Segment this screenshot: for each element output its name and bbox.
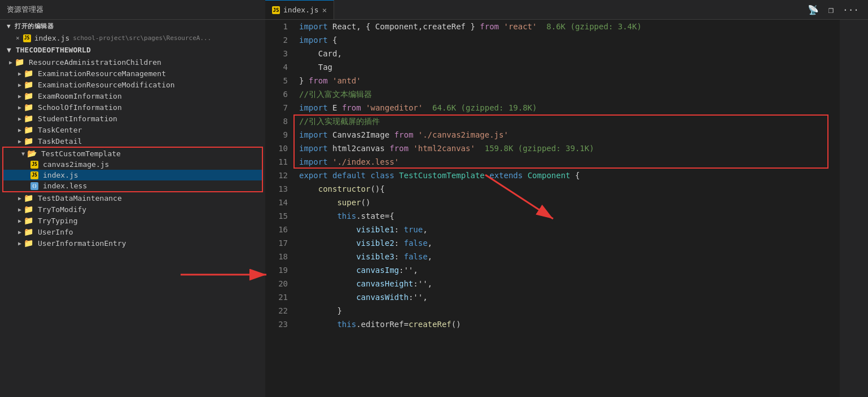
folder-icon: 📁	[24, 136, 33, 145]
code-token: (){	[370, 182, 384, 196]
broadcast-icon[interactable]: 📡	[808, 5, 819, 15]
close-icon[interactable]: ×	[16, 34, 20, 42]
code-token: import	[299, 20, 328, 33]
code-token: ,	[428, 236, 432, 250]
main-layout: ▼ 打开的编辑器 × JS index.js school-project\sr…	[0, 20, 868, 397]
folder-arrow-icon: ▶	[18, 138, 21, 144]
code-token: default	[332, 169, 366, 182]
code-token: extends	[489, 169, 523, 182]
file-js-icon: JS	[30, 171, 38, 179]
tree-item-testcustomtemplate[interactable]: ▼📂TestCustomTemplate	[3, 148, 262, 159]
code-line: import html2canvas from 'html2canvas' 15…	[299, 142, 840, 155]
folder-icon: 📁	[24, 216, 33, 225]
code-line: Card,	[299, 47, 840, 60]
line-number: 8	[265, 114, 288, 128]
line-numbers: 1234567891011121314151617181920212223	[265, 20, 293, 397]
code-line: super()	[299, 196, 840, 209]
code-token: 'antd'	[332, 74, 361, 87]
code-token: './index.less'	[332, 155, 399, 169]
open-editors-label: ▼ 打开的编辑器	[7, 22, 54, 30]
tree-item-userinformationentry[interactable]: ▶📁UserInformationEntry	[0, 237, 265, 249]
tree-item-label: UserInfo	[38, 228, 73, 236]
tab-close-button[interactable]: ×	[322, 6, 327, 15]
project-root-label: ▼ THECODEOFTHEWORLD	[7, 46, 91, 54]
code-token	[423, 101, 432, 114]
code-token: import	[299, 155, 328, 169]
open-editor-item[interactable]: × JS index.js school-project\src\pages\R…	[0, 33, 265, 43]
layout-icon[interactable]: ❐	[828, 5, 834, 15]
tree-item-label: ExaminationResourceManagement	[38, 69, 166, 78]
code-token: from	[309, 74, 328, 87]
code-token: canvasHeight	[356, 277, 413, 290]
folder-arrow-icon: ▶	[18, 229, 21, 235]
code-token: super	[337, 196, 361, 209]
folder-arrow-icon: ▼	[21, 151, 25, 157]
code-token	[299, 277, 356, 290]
code-token: //引入富文本编辑器	[299, 87, 372, 101]
line-number: 13	[265, 182, 288, 196]
tree-item-trytomodify[interactable]: ▶📁TryToModify	[0, 204, 265, 215]
code-token: TestCustomTemplate	[399, 169, 485, 182]
tree-item-label: UserInformationEntry	[38, 239, 126, 248]
tree-item-label: ExamRoomInformation	[38, 92, 122, 100]
project-root[interactable]: ▼ THECODEOFTHEWORLD	[0, 43, 265, 56]
code-token: 8.6K (gzipped: 3.4K)	[546, 20, 642, 33]
folder-icon: 📁	[24, 103, 33, 112]
open-editors-section[interactable]: ▼ 打开的编辑器	[0, 20, 265, 33]
tree-item-index.less[interactable]: {}index.less	[3, 180, 262, 191]
code-token	[299, 250, 356, 263]
line-number: 11	[265, 155, 288, 169]
folder-arrow-icon: ▶	[18, 127, 21, 133]
tree-item-canvas2image.js[interactable]: JScanvas2image.js	[3, 159, 262, 170]
code-line: import React, { Component,createRef } fr…	[299, 20, 840, 33]
code-token	[299, 236, 356, 250]
tree-item-resourceadministrationchildren[interactable]: ▶📁ResourceAdministrationChildren	[0, 56, 265, 68]
top-bar: 资源管理器 JS index.js × 📡 ❐ ···	[0, 0, 868, 20]
folder-arrow-icon: ▶	[18, 218, 21, 224]
code-token	[537, 20, 546, 33]
tree-item-examroominformation[interactable]: ▶📁ExamRoomInformation	[0, 90, 265, 102]
folder-arrow-icon: ▶	[18, 206, 21, 213]
code-line: visible3: false,	[299, 250, 840, 263]
code-token: //引入实现截屏的插件	[299, 114, 380, 128]
minimap	[840, 20, 868, 397]
tree-item-taskdetail[interactable]: ▶📁TaskDetail	[0, 135, 265, 147]
code-token: 159.8K (gzipped: 39.1K)	[485, 142, 594, 155]
tree-item-studentinformation[interactable]: ▶📁StudentInformation	[0, 113, 265, 124]
file-js-icon: JS	[23, 34, 31, 42]
tree-item-trytyping[interactable]: ▶📁TryTyping	[0, 215, 265, 226]
code-token: :	[394, 250, 404, 263]
code-token: E	[328, 101, 342, 114]
tree-item-index.js[interactable]: JSindex.js	[3, 170, 262, 180]
code-token	[299, 209, 337, 223]
more-icon[interactable]: ···	[843, 5, 859, 15]
tree-item-userinfo[interactable]: ▶📁UserInfo	[0, 226, 265, 237]
code-token	[328, 155, 332, 169]
tree-item-examinationresourcemanagement[interactable]: ▶📁ExaminationResourceManagement	[0, 68, 265, 79]
tree-item-label: TaskCenter	[38, 126, 82, 134]
tab-index-js[interactable]: JS index.js ×	[265, 0, 334, 19]
line-number: 6	[265, 87, 288, 101]
line-number: 18	[265, 250, 288, 263]
code-line: export default class TestCustomTemplate …	[299, 169, 840, 182]
folder-arrow-icon: ▶	[18, 93, 21, 99]
folder-icon: 📂	[27, 149, 37, 158]
tree-item-examinationresourcemodification[interactable]: ▶📁ExaminationResourceModification	[0, 79, 265, 90]
code-line: this.editorRef=createRef()	[299, 317, 840, 331]
file-js-icon: JS	[30, 161, 38, 169]
tree-item-schoolofinformation[interactable]: ▶📁SchoolOfInformation	[0, 102, 265, 113]
code-token: 'html2canvas'	[413, 142, 475, 155]
tree-item-taskcenter[interactable]: ▶📁TaskCenter	[0, 124, 265, 135]
code-line: import E from 'wangeditor' 64.6K (gzippe…	[299, 101, 840, 114]
file-tree: ▶📁ResourceAdministrationChildren▶📁Examin…	[0, 56, 265, 249]
tab-js-icon: JS	[272, 6, 280, 14]
line-number: 3	[265, 47, 288, 60]
tree-item-testdatamaintenance[interactable]: ▶📁TestDataMaintenance	[0, 192, 265, 204]
code-token	[361, 101, 366, 114]
code-token: './canvas2image.js'	[418, 128, 508, 142]
code-token: 'wangeditor'	[366, 101, 423, 114]
tree-item-label: TestCustomTemplate	[41, 149, 121, 158]
code-token	[475, 142, 485, 155]
folder-arrow-icon: ▶	[18, 82, 21, 88]
line-number: 7	[265, 101, 288, 114]
